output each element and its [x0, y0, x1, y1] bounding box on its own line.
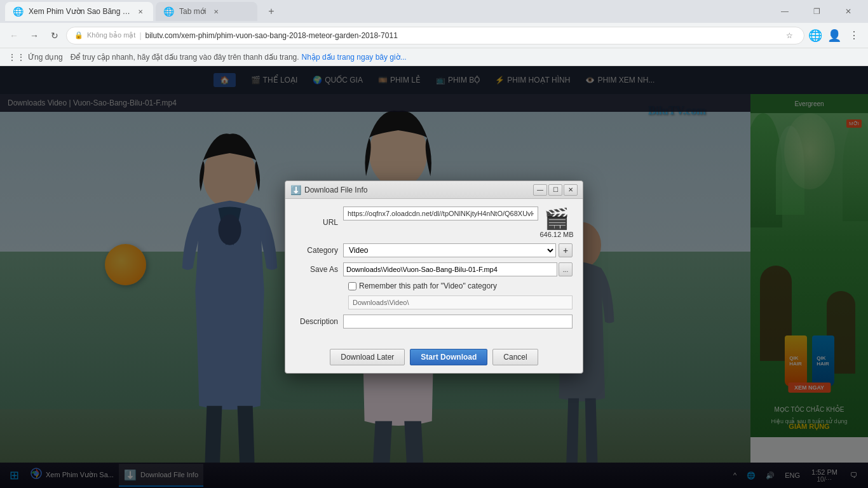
tab1-close[interactable]: ✕ — [135, 6, 146, 17]
save-as-row: Save As ... — [295, 262, 573, 276]
remember-row: Remember this path for "Video" category — [348, 281, 573, 290]
tab2-close[interactable]: ✕ — [211, 6, 221, 17]
security-label: Không bảo mật — [87, 31, 135, 39]
new-tab-button[interactable]: + — [262, 3, 280, 20]
save-as-input[interactable] — [343, 262, 557, 276]
tab2-favicon: 🌐 — [163, 6, 174, 17]
path-display-text: Downloads\Video\ — [353, 299, 409, 306]
url-input[interactable] — [343, 207, 538, 220]
save-as-label: Save As — [295, 265, 343, 274]
description-label: Description — [295, 317, 343, 326]
bookmarks-bar: ⋮⋮ Ứng dụng Để truy cập nhanh, hãy đặt d… — [0, 48, 868, 66]
browser-menu-button[interactable]: ⋮ — [845, 27, 863, 44]
apps-item[interactable]: ⋮⋮ Ứng dụng — [8, 52, 63, 62]
title-bar: 🌐 Xem Phim Vườn Sao Băng 2... ✕ 🌐 Tab mớ… — [0, 0, 868, 23]
remember-checkbox[interactable] — [348, 282, 356, 290]
dialog-close-btn[interactable]: ✕ — [564, 184, 578, 196]
description-row: Description — [295, 315, 573, 329]
description-input[interactable] — [343, 315, 573, 329]
profile-icon[interactable]: 👤 — [827, 29, 841, 43]
url-separator: | — [139, 31, 141, 40]
url-bar[interactable]: 🔒 Không bảo mật | bilutv.com/xem-phim/ph… — [66, 27, 804, 44]
browser-frame: 🌐 Xem Phim Vườn Sao Băng 2... ✕ 🌐 Tab mớ… — [0, 0, 868, 488]
download-later-button[interactable]: Download Later — [330, 349, 405, 365]
category-dropdown[interactable]: Video Music Documents Programs — [343, 243, 556, 257]
path-display: Downloads\Video\ — [348, 295, 573, 309]
bookmark-star-icon[interactable]: ☆ — [782, 29, 796, 43]
page-content: 🏠 🎬 THỂ LOẠI 🌍 QUỐC GIA 🎞️ PHIM LẺ 📺 PHI… — [0, 66, 868, 488]
tab1-favicon: 🌐 — [13, 6, 24, 17]
close-button[interactable]: ✕ — [834, 0, 863, 23]
cancel-button[interactable]: Cancel — [492, 349, 538, 365]
tab-active[interactable]: 🌐 Xem Phim Vườn Sao Băng 2... ✕ — [5, 2, 153, 21]
waffle-icon: ⋮⋮ — [8, 52, 25, 62]
file-type-icon: 🎬 — [544, 207, 569, 231]
file-icon-area: 🎬 646.12 MB — [541, 207, 573, 238]
url-label: URL — [295, 218, 343, 227]
download-dialog: ⬇️ Download File Info — ☐ ✕ URL 🎬 — [285, 180, 583, 374]
path-row: Downloads\Video\ — [348, 295, 573, 309]
minimize-button[interactable]: — — [770, 0, 799, 23]
dialog-body: URL 🎬 646.12 MB Category — [285, 199, 583, 344]
category-add-button[interactable]: + — [559, 243, 573, 257]
modal-overlay: ⬇️ Download File Info — ☐ ✕ URL 🎬 — [0, 66, 868, 488]
apps-label: Ứng dụng — [28, 53, 63, 62]
dialog-maximize-btn[interactable]: ☐ — [548, 184, 562, 196]
url-icons: ☆ — [782, 29, 796, 43]
file-size-label: 646.12 MB — [539, 231, 573, 238]
start-download-button[interactable]: Start Download — [410, 349, 487, 365]
url-row: URL 🎬 646.12 MB — [295, 207, 573, 238]
dialog-footer: Download Later Start Download Cancel — [285, 344, 583, 373]
save-as-input-area: ... — [343, 262, 573, 276]
category-select-area: Video Music Documents Programs + — [343, 243, 573, 257]
tab-inactive[interactable]: 🌐 Tab mới ✕ — [156, 2, 257, 21]
dialog-app-icon: ⬇️ — [290, 185, 301, 195]
tab2-label: Tab mới — [179, 7, 206, 16]
refresh-button[interactable]: ↻ — [46, 27, 64, 44]
remember-label[interactable]: Remember this path for "Video" category — [359, 281, 497, 290]
url-text: bilutv.com/xem-phim/phim-vuon-sao-bang-2… — [146, 31, 779, 40]
forward-button[interactable]: → — [25, 27, 43, 44]
back-button[interactable]: ← — [5, 27, 23, 44]
globe-icon[interactable]: 🌐 — [808, 29, 822, 43]
dialog-minimize-btn[interactable]: — — [533, 184, 547, 196]
category-label: Category — [295, 246, 343, 255]
window-controls: — ❐ ✕ — [770, 0, 863, 23]
maximize-button[interactable]: ❐ — [802, 0, 831, 23]
browse-button[interactable]: ... — [559, 262, 573, 276]
dialog-titlebar: ⬇️ Download File Info — ☐ ✕ — [285, 181, 583, 199]
dialog-title: Download File Info — [304, 186, 532, 194]
category-row: Category Video Music Documents Programs … — [295, 243, 573, 257]
tab1-label: Xem Phim Vườn Sao Băng 2... — [29, 7, 130, 16]
address-bar: ← → ↻ 🔒 Không bảo mật | bilutv.com/xem-p… — [0, 23, 868, 48]
bookmarks-tip-link[interactable]: Nhập dấu trang ngay bây giờ... — [302, 53, 407, 62]
security-icon: 🔒 — [74, 31, 83, 39]
bookmarks-tip: Để truy cập nhanh, hãy đặt dấu trang vào… — [71, 53, 299, 62]
